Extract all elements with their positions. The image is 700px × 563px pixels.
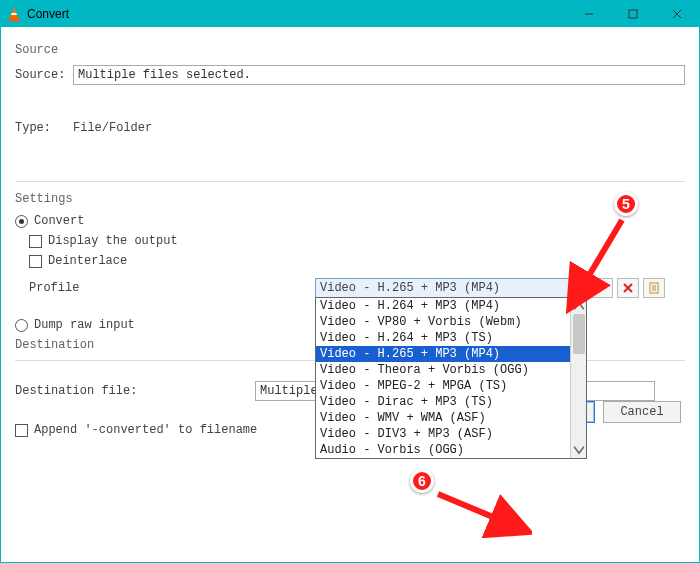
- settings-group-label: Settings: [15, 192, 685, 206]
- cancel-button[interactable]: Cancel: [603, 401, 681, 423]
- type-label: Type:: [15, 121, 73, 135]
- dump-raw-label: Dump raw input: [34, 318, 135, 332]
- svg-rect-0: [629, 10, 637, 18]
- profile-option[interactable]: Video - H.264 + MP3 (MP4): [316, 298, 586, 314]
- profile-option[interactable]: Video - WMV + WMA (ASF): [316, 410, 586, 426]
- source-field[interactable]: Multiple files selected.: [73, 65, 685, 85]
- minimize-button[interactable]: [567, 1, 611, 27]
- annotation-badge-6: 6: [410, 469, 434, 493]
- close-button[interactable]: [655, 1, 699, 27]
- annotation-arrow-6-icon: [432, 488, 532, 538]
- window-title: Convert: [27, 7, 69, 21]
- annotation-arrow-5-icon: [562, 214, 630, 314]
- display-output-label: Display the output: [48, 234, 178, 248]
- append-converted-label: Append '-converted' to filename: [34, 423, 257, 437]
- profile-option[interactable]: Video - MPEG-2 + MPGA (TS): [316, 378, 586, 394]
- source-value: Multiple files selected.: [78, 68, 251, 82]
- destination-file-label: Destination file:: [15, 384, 255, 398]
- profile-combo[interactable]: Video - H.265 + MP3 (MP4): [315, 278, 587, 298]
- source-label: Source:: [15, 68, 73, 82]
- source-group-label: Source: [15, 43, 685, 57]
- profile-option-selected[interactable]: Video - H.265 + MP3 (MP4): [316, 346, 586, 362]
- checkbox-icon: [29, 255, 42, 268]
- profile-option[interactable]: Video - Theora + Vorbis (OGG): [316, 362, 586, 378]
- titlebar[interactable]: Convert: [1, 1, 699, 27]
- type-value: File/Folder: [73, 121, 152, 135]
- deinterlace-label: Deinterlace: [48, 254, 127, 268]
- profile-option[interactable]: Audio - Vorbis (OGG): [316, 442, 586, 458]
- profile-option[interactable]: Video - VP80 + Vorbis (Webm): [316, 314, 586, 330]
- vlc-cone-icon: [7, 7, 21, 21]
- profile-selected: Video - H.265 + MP3 (MP4): [320, 281, 500, 295]
- profile-option[interactable]: Video - Dirac + MP3 (TS): [316, 394, 586, 410]
- cancel-button-label: Cancel: [620, 405, 663, 419]
- dropdown-scrollbar[interactable]: [570, 298, 586, 458]
- scroll-thumb[interactable]: [573, 314, 585, 354]
- radio-dot-icon: [15, 319, 28, 332]
- checkbox-icon: [29, 235, 42, 248]
- checkbox-icon: [15, 424, 28, 437]
- separator: [15, 181, 685, 182]
- profile-dropdown[interactable]: Video - H.264 + MP3 (MP4) Video - VP80 +…: [315, 297, 587, 459]
- maximize-button[interactable]: [611, 1, 655, 27]
- annotation-badge-5: 5: [614, 192, 638, 216]
- new-profile-button[interactable]: [643, 278, 665, 298]
- scroll-down-icon[interactable]: [571, 442, 587, 458]
- profile-option[interactable]: Video - DIV3 + MP3 (ASF): [316, 426, 586, 442]
- radio-convert-label: Convert: [34, 214, 84, 228]
- profile-label: Profile: [29, 278, 315, 295]
- document-icon: [648, 282, 660, 294]
- profile-option[interactable]: Video - H.264 + MP3 (TS): [316, 330, 586, 346]
- radio-dot-icon: [15, 215, 28, 228]
